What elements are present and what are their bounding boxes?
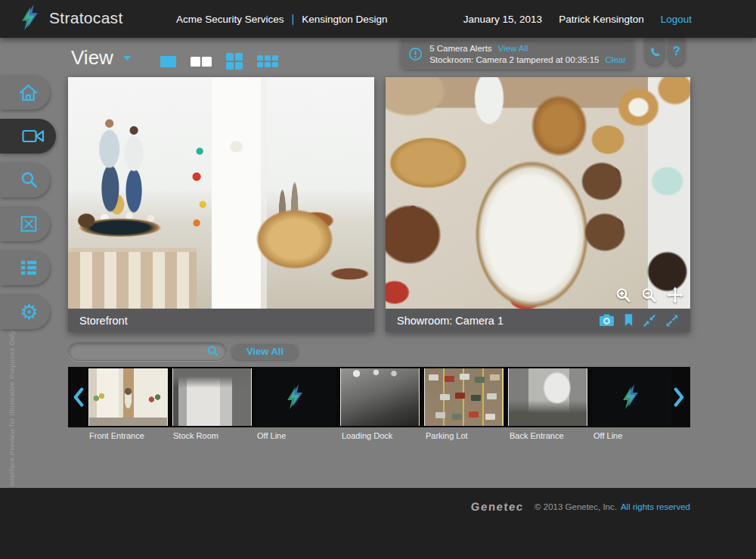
camera-feed-showroom[interactable] xyxy=(386,77,690,309)
help-label: ? xyxy=(673,45,680,58)
search-icon[interactable] xyxy=(206,345,219,358)
thumbnail-back-entrance[interactable] xyxy=(508,368,587,426)
stratocast-logo-icon xyxy=(21,5,42,31)
chevron-left-icon xyxy=(73,387,84,408)
genetec-logo: Genetec xyxy=(471,500,525,513)
user-name: Patrick Kensington xyxy=(559,14,644,25)
footer-row: Genetec © 2013 Genetec, Inc. All rights … xyxy=(471,500,690,513)
camera-feed-storefront[interactable] xyxy=(68,77,374,309)
thumbnail-loading-dock[interactable] xyxy=(340,368,420,426)
thumbnail-offline-2[interactable] xyxy=(592,368,671,426)
camera-title-bar: Storefront xyxy=(68,309,374,332)
phone-icon xyxy=(649,46,661,57)
alert-message: Stockroom: Camera 2 tampered at 00:35:15 xyxy=(429,55,599,64)
grid-cell xyxy=(226,53,234,61)
stratocast-app: Stratocast Acme Security Services | Kens… xyxy=(0,0,756,559)
thumbnail-parking-lot[interactable] xyxy=(424,368,503,426)
sidebar-item-video-wall[interactable] xyxy=(0,207,50,241)
thumbnail-label: Parking Lot xyxy=(426,431,468,440)
brand: Stratocast xyxy=(21,5,123,31)
alert-icon xyxy=(408,45,423,63)
footer: Genetec © 2013 Genetec, Inc. All rights … xyxy=(0,488,756,559)
shrink-button[interactable] xyxy=(643,314,656,328)
video-camera-icon xyxy=(22,129,45,144)
grid-cell xyxy=(235,53,243,61)
thumbnail-label: Loading Dock xyxy=(342,431,392,440)
alerts-view-all-link[interactable]: View All xyxy=(498,44,528,53)
storefront-photo xyxy=(68,77,374,309)
camera-thumbnail-strip xyxy=(68,367,690,427)
search-input[interactable] xyxy=(76,346,206,357)
view-all-cameras-button[interactable]: View All xyxy=(231,343,299,360)
scroll-right-button[interactable] xyxy=(674,387,685,408)
grid-cell xyxy=(257,55,263,61)
camera-alerts-widget: 5 Camera AlertsView All Stockroom: Camer… xyxy=(401,39,634,69)
home-icon xyxy=(18,83,39,102)
layout-switcher xyxy=(160,53,278,70)
stratocast-logo-icon xyxy=(287,384,306,410)
gear-icon: ⚙ xyxy=(20,302,39,322)
bookmark-button[interactable] xyxy=(624,314,634,327)
rights-link[interactable]: All rights reserved xyxy=(621,502,690,511)
zoom-out-icon xyxy=(641,287,657,303)
breadcrumb-separator: | xyxy=(292,13,295,25)
chevron-right-icon xyxy=(674,387,685,408)
photo-shape xyxy=(68,248,197,309)
thumbnail-offline-1[interactable] xyxy=(256,368,336,426)
sidebar-item-home[interactable] xyxy=(0,75,50,110)
thumbnail-label: Back Entrance xyxy=(510,431,564,440)
search-icon xyxy=(20,171,39,190)
camera-title-bar: Showroom: Camera 1 xyxy=(386,309,690,332)
pan-button[interactable] xyxy=(667,287,683,303)
thumbnail-label: Off Line xyxy=(257,431,286,440)
grid-cell xyxy=(235,62,243,70)
camera-panel-showroom: Showroom: Camera 1 xyxy=(386,77,690,332)
grid-cell xyxy=(226,62,234,70)
brand-name: Stratocast xyxy=(49,9,123,27)
top-bar: Stratocast Acme Security Services | Kens… xyxy=(0,0,756,38)
layout-grid-2x2-button[interactable] xyxy=(226,53,243,70)
expand-arrows-icon xyxy=(665,314,679,328)
layout-single-button[interactable] xyxy=(160,56,176,67)
camera-panel-storefront: Storefront xyxy=(68,77,374,332)
layout-two-up-button[interactable] xyxy=(191,57,212,67)
sidebar-item-search[interactable] xyxy=(0,163,50,197)
grid-cell xyxy=(272,55,278,61)
thumbnail-label: Stock Room xyxy=(173,431,218,440)
layout-grid-3x2-button[interactable] xyxy=(257,55,278,67)
layout-two-up-icon xyxy=(202,57,212,67)
grid-cell xyxy=(265,62,271,67)
help-button[interactable]: ? xyxy=(668,38,685,65)
sidebar-item-cameras[interactable] xyxy=(0,119,56,154)
thumbnail-stock-room[interactable] xyxy=(172,368,252,426)
account-breadcrumb: Acme Security Services | Kensington Desi… xyxy=(176,0,388,38)
view-dropdown-label: View xyxy=(71,46,113,70)
zoom-in-button[interactable] xyxy=(615,287,631,303)
bookmark-icon xyxy=(624,314,634,327)
snapshot-button[interactable] xyxy=(599,314,615,327)
expand-button[interactable] xyxy=(665,314,679,328)
view-dropdown[interactable]: View xyxy=(71,46,132,70)
scroll-left-button[interactable] xyxy=(73,387,84,408)
account-name: Acme Security Services xyxy=(176,14,284,25)
pan-icon xyxy=(667,287,683,303)
alert-clear-link[interactable]: Clear xyxy=(606,55,626,64)
sidebar-item-tile-list[interactable] xyxy=(0,250,50,285)
thumbnail-label: Off Line xyxy=(593,431,622,440)
showroom-photo xyxy=(386,77,690,309)
site-name: Kensington Design xyxy=(302,14,387,25)
sidebar-item-settings[interactable]: ⚙ xyxy=(0,294,50,329)
camera-title: Storefront xyxy=(79,315,363,327)
camera-search-field xyxy=(68,342,227,361)
shrink-arrows-icon xyxy=(643,314,656,328)
snapshot-camera-icon xyxy=(599,314,615,327)
photo-shape xyxy=(429,374,438,380)
logout-link[interactable]: Logout xyxy=(661,14,692,25)
ptz-controls xyxy=(615,287,683,303)
thumbnail-front-entrance[interactable] xyxy=(88,368,168,426)
zoom-out-button[interactable] xyxy=(641,287,657,303)
watermark-text: Interface Preview for Illustrative Purpo… xyxy=(8,320,18,486)
phone-support-button[interactable] xyxy=(645,38,665,65)
grid-cell xyxy=(265,55,271,61)
thumbnail-label: Front Entrance xyxy=(89,431,144,440)
